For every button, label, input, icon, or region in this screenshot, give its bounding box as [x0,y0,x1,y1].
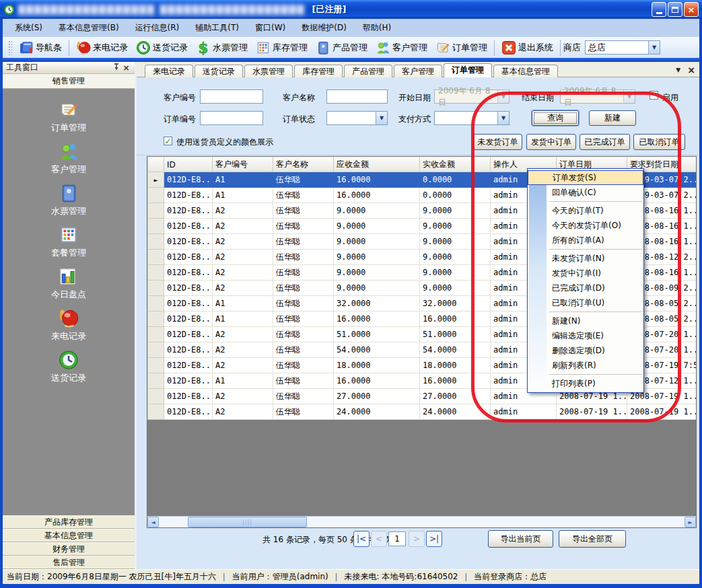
menu-item[interactable]: 辅助工具(T) [188,20,246,36]
scrollbar-thumb[interactable] [188,517,307,527]
sidebar-section-bar[interactable]: 售后管理 [3,556,135,569]
toolbar-order-button[interactable]: 订单管理 [431,38,491,57]
new-button[interactable]: 新建 [589,110,636,126]
table-cell: 012D-E8... [164,358,213,373]
column-header[interactable]: 客户编号 [213,157,273,172]
tab-item[interactable]: 产品管理 [344,65,392,77]
scroll-left-icon[interactable]: ◄ [147,517,159,527]
tool-window-sidebar: 工具窗口 × 销售管理 订单管理客户管理水票管理套餐管理今日盘点来电记录送货记录… [3,62,135,569]
delivery-color-checkbox[interactable]: ✓ [164,137,172,145]
sidebar-item-incoming-call[interactable]: 来电记录 [3,304,135,346]
page-number-input[interactable] [388,531,406,546]
tab-item[interactable]: 客户管理 [394,65,442,77]
menu-item[interactable]: 窗口(W) [248,20,292,36]
context-menu-item[interactable]: 今天的订单(T) [528,203,643,218]
sidebar-section-bar[interactable]: 财务管理 [3,542,135,556]
sidebar-section-bar[interactable]: 产品库存管理 [3,515,135,529]
menu-item[interactable]: 帮助(H) [356,20,398,36]
sidebar-item-package[interactable]: 套餐管理 [3,221,135,262]
horizontal-scrollbar[interactable]: ◄ ► [147,516,696,527]
context-menu-item[interactable]: 发货中订单(I) [528,266,643,281]
context-menu-item[interactable]: 新建(N) [528,314,643,328]
toolbar-water-ticket-button[interactable]: $水票管理 [192,38,252,57]
column-header[interactable]: 应收金额 [334,157,420,172]
row-selector-cell [148,265,164,281]
customer-name-input[interactable] [326,89,388,104]
customer-no-input[interactable] [200,89,263,104]
toolbar-exit-button[interactable]: 退出系统 [497,38,557,57]
tab-item[interactable]: 水票管理 [244,65,293,77]
sidebar-item-order[interactable]: 订单管理 [3,96,135,137]
toolbar-incoming-call-button[interactable]: 来电记录 [72,38,132,57]
start-date-picker[interactable]: 2009年 6月 8日 ▼ [434,89,510,104]
tab-item[interactable]: 来电记录 [145,65,193,77]
tab-item[interactable]: 库存管理 [294,65,343,77]
context-menu-item[interactable]: 打印列表(P) [528,376,643,391]
context-menu-item[interactable]: 删除选定项(D) [528,343,643,358]
order-no-input[interactable] [200,111,263,125]
order-status-select[interactable]: ▼ [326,111,388,125]
toolbar-delivery-button[interactable]: 送货记录 [132,38,192,57]
filter-unshipped-orders-button[interactable]: 未发货订单 [473,134,522,150]
pay-method-select[interactable]: ▼ [434,111,510,125]
sidebar-item-delivery[interactable]: 送货记录 [3,346,135,388]
table-row[interactable]: 012D-E8...A2伍华聪24.000024.0000admin2008-0… [148,404,697,420]
menu-item[interactable]: 运行信息(R) [129,20,186,36]
close-icon[interactable]: × [121,63,131,73]
context-menu-item[interactable]: 已取消订单(U) [528,295,643,310]
context-menu-item[interactable]: 今天的发货订单(O) [528,218,643,233]
column-header[interactable]: 实收金额 [420,157,491,172]
next-page-button[interactable]: > [409,531,425,547]
query-button[interactable]: 查询 [532,110,579,126]
filter-shipping-orders-button[interactable]: 发货中订单 [526,134,576,150]
prev-page-button[interactable]: < [371,531,387,547]
row-selector-cell [148,404,164,420]
column-header[interactable] [148,157,164,172]
sidebar-item-water-ticket[interactable]: 水票管理 [3,179,135,221]
last-page-button[interactable]: >| [426,531,442,547]
end-date-picker[interactable]: 2009年 6月 8日 ▼ [560,89,635,104]
chevron-down-icon: ▼ [497,112,509,124]
context-menu-item[interactable]: 回单确认(C) [528,185,643,200]
menu-item[interactable]: 数据维护(D) [295,20,353,36]
pin-icon[interactable] [111,63,121,73]
tab-item[interactable]: 基本信息管理 [493,65,558,77]
enable-date-checkbox[interactable] [650,91,658,100]
tab-item[interactable]: 送货记录 [195,65,243,77]
tab-close-icon[interactable]: × [687,65,695,75]
toolbar-button-label: 产品管理 [332,42,367,54]
table-cell: 9.0000 [334,219,420,234]
export-all-pages-button[interactable]: 导出全部页 [559,530,626,548]
column-header[interactable]: 客户名称 [273,157,334,172]
toolbar-customer-button[interactable]: 客户管理 [372,38,431,57]
column-header[interactable]: ID [164,157,213,172]
context-menu-item[interactable]: 订单发货(S) [528,170,643,185]
context-menu-item[interactable]: 未发货订单(N) [528,251,643,266]
tab-item[interactable]: 订单管理 [444,63,492,77]
toolbar-grip[interactable] [8,40,12,55]
maximize-button[interactable] [668,2,682,17]
first-page-button[interactable]: |< [353,531,370,547]
context-menu-item[interactable]: 刷新列表(R) [528,358,643,373]
shop-select[interactable]: 总店 ▼ [585,40,660,54]
toolbar-inventory-button[interactable]: 库存管理 [252,38,312,57]
sidebar-section-bar[interactable]: 基本信息管理 [3,529,135,542]
toolbar-product-button[interactable]: 产品管理 [312,38,372,57]
filter-completed-orders-button[interactable]: 已完成订单 [580,134,630,150]
context-menu-item[interactable]: 已完成订单(D) [528,281,643,295]
sidebar-item-customer[interactable]: 客户管理 [3,137,135,179]
menu-item[interactable]: 基本信息管理(B) [52,20,126,36]
scroll-right-icon[interactable]: ► [685,517,696,527]
tab-scroll-dropdown-icon[interactable]: ▼ [676,67,680,73]
menu-item[interactable]: 系统(S) [8,20,49,36]
close-button[interactable]: × [684,2,699,17]
context-menu-item[interactable]: 所有的订单(A) [528,233,643,248]
sidebar-item-today-check[interactable]: 今日盘点 [3,262,135,304]
export-current-page-button[interactable]: 导出当前页 [488,530,553,548]
minimize-button[interactable] [652,2,666,17]
filter-cancelled-orders-button[interactable]: 已取消订单 [633,134,685,150]
toolbar-navigator-button[interactable]: 导航条 [15,38,66,57]
context-menu-item[interactable]: 编辑选定项(E) [528,328,643,343]
row-selector-cell [148,281,164,296]
end-date-value: 2009年 6月 8日 [564,85,623,108]
